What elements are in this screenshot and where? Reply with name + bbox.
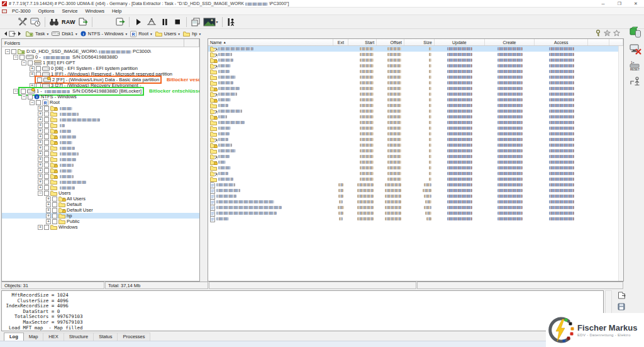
play-button[interactable] [132, 16, 145, 28]
tree-item[interactable]: + [2, 139, 199, 145]
tree-item[interactable]: + [2, 105, 199, 111]
column-header-name[interactable]: Name▲ [208, 39, 333, 45]
disconnect-button[interactable] [628, 43, 642, 55]
tree-checkbox[interactable] [44, 106, 49, 111]
menu-pc-3000[interactable]: PC-3000 [8, 8, 35, 14]
tree-checkbox[interactable] [44, 225, 49, 230]
tree-checkbox[interactable] [44, 151, 49, 156]
tree-item[interactable]: + [2, 134, 199, 139]
tree-expander[interactable]: + [38, 185, 43, 190]
star-button[interactable] [613, 30, 620, 38]
tree-expander[interactable]: − [30, 100, 35, 105]
tree-expander[interactable]: + [38, 140, 43, 145]
tree-item[interactable]: + [2, 111, 199, 117]
tree-item[interactable]: + [2, 128, 199, 134]
tab-hex[interactable]: HEX [43, 333, 64, 341]
tree-expander[interactable]: + [46, 213, 51, 219]
disk-clock-button[interactable] [29, 16, 42, 28]
tree-item-default-user[interactable]: +Default User [2, 207, 199, 213]
tree-item-2-ff-windows-linux-data-[interactable]: 2 [FF] - (Windows/Linux) Data - Basic da… [2, 77, 199, 82]
column-header-update[interactable]: Update [435, 39, 485, 45]
binoculars-button[interactable] [48, 16, 60, 28]
tree-checkbox[interactable] [44, 191, 49, 196]
tree-expander[interactable]: + [38, 106, 43, 111]
file-row[interactable] [208, 216, 623, 222]
screenshot-button[interactable]: ▾ [202, 16, 219, 28]
tree-expander[interactable]: + [38, 111, 43, 117]
tree-checkbox[interactable] [36, 66, 41, 71]
open-task-button[interactable] [114, 16, 126, 28]
tree-item[interactable]: + [2, 162, 199, 168]
tab-structure[interactable]: Structure [64, 333, 94, 341]
close-button[interactable]: ✕ [628, 0, 644, 8]
reset-button[interactable]: 1+RESET [628, 59, 642, 72]
column-header-ext[interactable]: Ext [333, 39, 348, 45]
tree-expander[interactable]: − [13, 89, 18, 94]
tree-checkbox[interactable] [28, 94, 33, 100]
scales-button[interactable] [145, 16, 158, 28]
tree-checkbox[interactable] [36, 100, 41, 105]
exit-button[interactable] [225, 16, 238, 28]
pc3000-menu-icon[interactable] [2, 9, 7, 14]
tree-item[interactable]: + [2, 117, 199, 122]
tree-expander[interactable]: + [38, 157, 43, 162]
tab-map[interactable]: Map [24, 333, 44, 341]
key-button[interactable] [595, 30, 601, 38]
tree-checkbox[interactable] [44, 174, 49, 179]
tree-item-d-d-hdd-ssd-image-work-[interactable]: −D:\D_HDD_SSD_IMAGE_WORK\PC3000\ [2, 48, 199, 54]
tree-item[interactable]: + [2, 173, 199, 179]
tree-expander[interactable]: + [46, 219, 51, 224]
breadcrumb-hp[interactable]: hp▾ [183, 31, 201, 37]
save-button[interactable] [618, 303, 625, 312]
tree-item[interactable]: + [2, 145, 199, 151]
tree-item[interactable]: + [2, 179, 199, 185]
database-button[interactable] [628, 26, 642, 39]
column-header-start[interactable]: Start [348, 39, 377, 45]
tree-checkbox[interactable] [52, 213, 57, 219]
tree-expander[interactable]: + [38, 123, 43, 128]
column-header-access[interactable]: Access [535, 39, 588, 45]
tree-expander[interactable]: − [5, 49, 10, 54]
tree-item-public[interactable]: +Public [2, 219, 199, 224]
tree-checkbox[interactable] [19, 55, 25, 60]
tree-item[interactable]: + [2, 168, 199, 173]
tree-expander[interactable]: + [38, 162, 43, 168]
breadcrumb-task[interactable]: Task▾ [26, 31, 48, 37]
tree-checkbox[interactable] [44, 162, 49, 168]
tree-expander[interactable]: − [13, 55, 18, 60]
tree-checkbox[interactable] [44, 168, 49, 173]
tree-expander[interactable]: + [38, 168, 43, 173]
tab-status[interactable]: Status [94, 333, 118, 341]
tree-checkbox[interactable] [44, 179, 49, 185]
menu-options[interactable]: Options [35, 8, 58, 14]
tree-expander[interactable]: + [30, 72, 35, 77]
nav-forward-button[interactable] [16, 30, 23, 38]
menu-help[interactable]: Help [108, 8, 125, 14]
tree-item-all-users[interactable]: +All Users [2, 196, 199, 202]
tree-expander[interactable]: + [46, 208, 51, 213]
column-header-size[interactable]: Size [404, 39, 435, 45]
tree-expander[interactable]: + [38, 151, 43, 156]
stop-button[interactable] [171, 16, 184, 28]
tree-expander[interactable]: − [21, 94, 26, 100]
tree-expander[interactable]: + [46, 202, 51, 207]
maximize-button[interactable]: ❐ [611, 0, 628, 8]
breadcrumb-users[interactable]: Users▾ [155, 31, 180, 37]
power-button[interactable] [628, 76, 642, 88]
tree-expander[interactable]: + [38, 134, 43, 139]
tree-expander[interactable]: + [46, 196, 51, 202]
tree-checkbox[interactable] [52, 208, 57, 213]
tree-item[interactable]: + [2, 122, 199, 128]
menu-windows[interactable]: Windows [81, 8, 108, 14]
tree-expander[interactable]: + [38, 117, 43, 122]
tree-checkbox[interactable] [11, 49, 16, 54]
breadcrumb-disk1[interactable]: Disk1▾ [52, 31, 77, 37]
tree-checkbox[interactable] [52, 202, 57, 207]
tools-button[interactable] [16, 16, 29, 28]
tree-item-hp[interactable]: +hp [2, 213, 199, 219]
tree-checkbox[interactable] [21, 89, 26, 94]
tab-processes[interactable]: Processes [118, 333, 150, 341]
tree-item-0-[interactable]: −0 - S/N:DD5641988388D [2, 54, 199, 60]
tree-item-1-ee-efi-gpt[interactable]: −1 [EE] EFI GPT [2, 60, 199, 65]
tree-item[interactable]: + [2, 185, 199, 190]
